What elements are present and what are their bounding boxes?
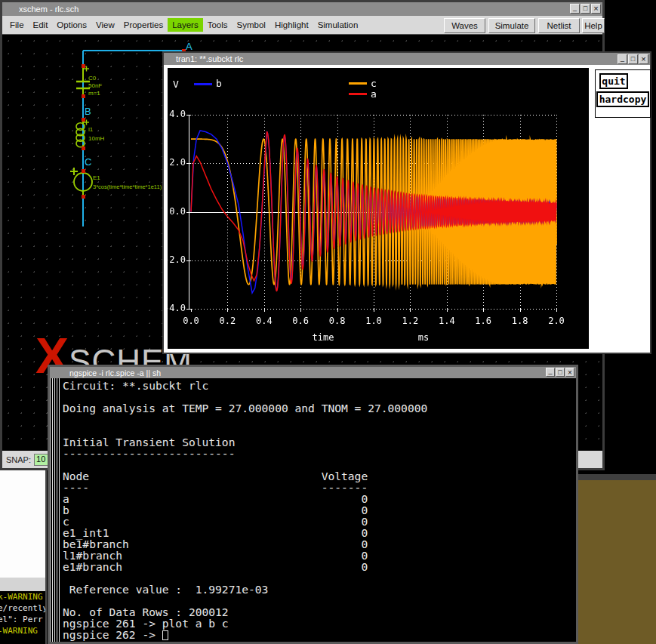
ngspice-terminal-window: ngspice -i rlc.spice -a || sh _ □ × Circ… — [48, 365, 578, 644]
background-window-scrollbar — [0, 578, 47, 591]
terminal-scrollbar[interactable] — [50, 378, 60, 642]
minimize-icon[interactable]: _ — [546, 368, 555, 377]
menu-options[interactable]: Options — [52, 18, 91, 32]
window-title: xschem - rlc.sch — [19, 5, 79, 14]
desktop: k-WARNING e/recently el": Perr -WARNING … — [0, 0, 656, 644]
maximize-icon[interactable]: □ — [581, 4, 590, 14]
legend-line-b — [194, 83, 212, 85]
menu-properties[interactable]: Properties — [119, 18, 168, 32]
minimize-icon[interactable]: _ — [618, 54, 627, 64]
terminal-output: Circuit: **.subckt rlc Doing analysis at… — [63, 380, 427, 640]
legend-label-b: b — [216, 78, 222, 89]
node-label-b[interactable]: B — [85, 106, 91, 117]
warning-line: e/recently — [0, 602, 45, 614]
help-button[interactable]: Help — [582, 18, 605, 33]
xschem-menubar: File Edit Options View Properties Layers… — [2, 16, 602, 35]
terminal-body[interactable]: Circuit: **.subckt rlc Doing analysis at… — [50, 378, 576, 642]
inductor-ref: l1 — [88, 126, 94, 133]
pin-marker[interactable] — [82, 146, 85, 150]
waveform-chart — [168, 68, 589, 349]
legend-line-c — [349, 82, 367, 85]
plot-area: V b c a — [168, 68, 589, 349]
maximize-icon[interactable]: □ — [556, 368, 565, 377]
minimize-icon[interactable]: _ — [570, 4, 580, 14]
plot-titlebar[interactable]: tran1: **.subckt rlc _ □ × — [164, 53, 650, 65]
menu-layers[interactable]: Layers — [168, 18, 203, 32]
pin-marker[interactable] — [82, 195, 85, 199]
waves-button[interactable]: Waves — [444, 18, 485, 33]
capacitor-ref: C0 — [88, 75, 97, 82]
window-title: tran1: **.subckt rlc — [176, 54, 243, 63]
terminal-prompt: ngspice 262 -> — [63, 628, 162, 641]
menu-symbol[interactable]: Symbol — [233, 18, 270, 32]
y-axis-unit-label: V — [173, 79, 179, 90]
pin-marker[interactable] — [82, 169, 85, 173]
wallpaper-edge — [576, 474, 656, 480]
hardcopy-button[interactable]: hardcopy — [596, 91, 649, 107]
node-label-c[interactable]: C — [85, 156, 91, 168]
snap-label: SNAP: — [6, 455, 31, 464]
capacitor-attr: m=1 — [88, 90, 100, 97]
legend-line-a — [349, 93, 367, 95]
warning-line: -WARNING — [0, 625, 45, 636]
terminal-titlebar[interactable]: ngspice -i rlc.spice -a || sh _ □ × — [50, 367, 576, 378]
node-label-a[interactable]: A — [186, 41, 192, 52]
terminal-cursor — [162, 630, 168, 640]
close-icon[interactable]: × — [591, 4, 601, 14]
menu-edit[interactable]: Edit — [29, 18, 53, 32]
maximize-icon[interactable]: □ — [628, 54, 638, 64]
menu-tools[interactable]: Tools — [203, 18, 233, 32]
pin-marker[interactable] — [82, 118, 85, 122]
window-title: ngspice -i rlc.spice -a || sh — [69, 368, 161, 377]
menu-simulation[interactable]: Simulation — [313, 18, 363, 32]
source-ref: E1 — [93, 174, 100, 181]
background-window — [0, 470, 47, 578]
quit-button[interactable]: quit — [599, 73, 628, 89]
menu-highlight[interactable]: Highlight — [270, 18, 313, 32]
pin-marker[interactable] — [82, 64, 85, 68]
legend-label-a: a — [371, 88, 377, 100]
ngspice-plot-window: tran1: **.subckt rlc _ □ × V b c a quit — [162, 51, 651, 354]
menu-file[interactable]: File — [5, 18, 29, 32]
simulate-button[interactable]: Simulate — [488, 18, 535, 33]
pin-marker[interactable] — [82, 94, 85, 98]
plot-content: V b c a quit hardcopy — [164, 65, 650, 353]
close-icon[interactable]: × — [639, 54, 648, 64]
legend-label-c: c — [371, 78, 377, 89]
capacitor-value: 50nF — [88, 82, 102, 89]
menu-view[interactable]: View — [91, 18, 119, 32]
plot-button-panel: quit hardcopy — [595, 69, 651, 118]
warning-line: k-WARNING — [0, 591, 45, 602]
xschem-titlebar[interactable]: xschem - rlc.sch _ □ × — [2, 2, 602, 16]
close-icon[interactable]: × — [565, 368, 574, 377]
wallpaper — [576, 480, 656, 644]
warning-line: el": Perr — [0, 614, 45, 625]
netlist-button[interactable]: Netlist — [538, 18, 580, 33]
source-value: 3*cos(time*time*time*1e11) — [93, 183, 162, 190]
inductor-value: 10mH — [88, 135, 105, 142]
background-terminal: k-WARNING e/recently el": Perr -WARNING — [0, 591, 47, 644]
